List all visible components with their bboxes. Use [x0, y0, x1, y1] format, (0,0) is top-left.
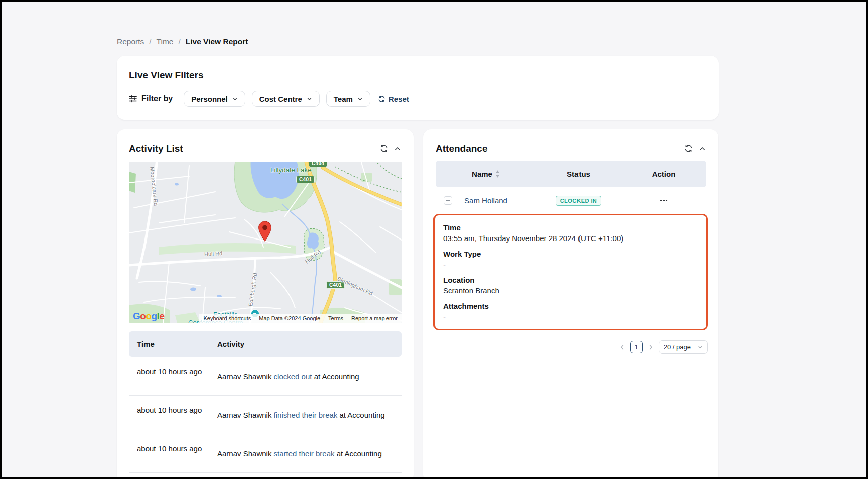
breadcrumb-reports[interactable]: Reports [117, 37, 144, 46]
detail-value: Scranton Branch [443, 285, 698, 296]
report-map-error-link[interactable]: Report a map error [347, 315, 402, 321]
detail-value: 03:55 am, Thursday November 28 2024 (UTC… [443, 233, 698, 244]
google-map[interactable]: Lillydale Lake C404 C401 C401 Mooroolbar… [129, 162, 402, 323]
sliders-icon [129, 95, 137, 103]
activity-text: Aarnav Shawnik clocked out at Accounting [217, 367, 402, 382]
map-pin-icon [258, 221, 272, 244]
refresh-icon [378, 95, 385, 103]
pagination: 1 20 / page [436, 340, 708, 354]
attendance-table-header: Name Status Action [436, 161, 706, 187]
cards-row: Activity List [117, 129, 719, 477]
breadcrumb-current: Live View Report [186, 37, 248, 46]
chevron-down-icon [232, 96, 238, 102]
filter-by-label: Filter by [141, 94, 173, 103]
detail-label: Location [443, 275, 698, 285]
sort-icon[interactable] [495, 170, 500, 178]
team-dropdown-label: Team [334, 95, 353, 103]
activity-event-link[interactable]: clocked out [274, 372, 312, 381]
map-label-lillydale-lake: Lillydale Lake [270, 166, 312, 174]
activity-row: about 10 hours ago Aarnav Shawnik finish… [129, 396, 402, 434]
detail-label: Time [443, 222, 698, 233]
activity-title: Activity List [129, 143, 183, 154]
page-size-select[interactable]: 20 / page [659, 340, 708, 354]
detail-field: Work Type - [443, 249, 698, 270]
status-badge: CLOCKED IN [556, 196, 601, 206]
map-attribution: Keyboard shortcuts Map Data ©2024 Google… [199, 314, 402, 323]
attendance-header: Attendance [436, 143, 706, 154]
app-viewport: Reports / Time / Live View Report Live V… [2, 2, 866, 477]
detail-field: Time 03:55 am, Thursday November 28 2024… [443, 222, 698, 244]
cost-centre-dropdown-label: Cost Centre [259, 95, 302, 103]
reset-label: Reset [389, 95, 409, 103]
activity-header: Activity List [129, 143, 402, 154]
route-badge-c401: C401 [296, 176, 315, 183]
breadcrumb-separator: / [149, 37, 151, 46]
filter-by: Filter by [129, 94, 173, 103]
activity-event-link[interactable]: started their break [274, 449, 335, 458]
breadcrumb-time[interactable]: Time [157, 37, 174, 46]
detail-field: Attachments - [443, 301, 698, 322]
breadcrumb: Reports / Time / Live View Report [117, 37, 719, 46]
google-logo: Google [133, 311, 164, 322]
page-number-button[interactable]: 1 [630, 341, 643, 353]
chevron-right-icon[interactable] [648, 344, 654, 350]
activity-time: about 10 hours ago [129, 444, 217, 454]
page-content: Reports / Time / Live View Report Live V… [117, 2, 719, 477]
cost-centre-dropdown[interactable]: Cost Centre [252, 91, 320, 107]
filter-row: Filter by Personnel Cost Centre Team [129, 91, 707, 107]
activity-time: about 10 hours ago [129, 367, 217, 377]
activity-table-header: Time Activity [129, 331, 402, 357]
keyboard-shortcuts-button[interactable]: Keyboard shortcuts [199, 315, 255, 321]
column-header-name[interactable]: Name [472, 170, 492, 178]
activity-row: about 10 hours ago Aarnav Shawnik starte… [129, 434, 402, 473]
route-badge-c404: C404 [309, 162, 327, 167]
activity-text: Aarnav Shawnik finished their break at A… [217, 405, 402, 420]
column-header-activity: Activity [217, 340, 244, 348]
breadcrumb-separator: / [178, 37, 180, 46]
refresh-icon[interactable] [684, 144, 693, 153]
chevron-down-icon [357, 96, 363, 102]
detail-label: Attachments [443, 301, 698, 311]
collapse-chevron-up-icon[interactable] [698, 145, 706, 153]
ellipsis-icon[interactable] [658, 198, 669, 203]
attendance-row: Sam Holland CLOCKED IN [436, 187, 706, 214]
activity-list-card: Activity List [117, 129, 414, 477]
chevron-down-icon [307, 96, 312, 102]
attendance-title: Attendance [436, 143, 487, 154]
activity-time: about 10 hours ago [129, 405, 217, 415]
live-view-filters-card: Live View Filters Filter by Personnel [117, 56, 719, 120]
filters-title: Live View Filters [129, 70, 707, 81]
refresh-icon[interactable] [380, 144, 388, 153]
road-label-hull-west: Hull Rd [204, 250, 223, 257]
activity-text: Aarnav Shawnik started their break at Ac… [217, 444, 402, 459]
attendance-detail-panel: Time 03:55 am, Thursday November 28 2024… [433, 214, 708, 330]
detail-value: - [443, 259, 698, 270]
column-header-time: Time [129, 340, 217, 348]
chevron-down-icon [698, 345, 703, 350]
detail-value: - [443, 311, 698, 322]
team-dropdown[interactable]: Team [326, 91, 370, 107]
collapse-chevron-up-icon[interactable] [394, 145, 402, 153]
map-data-text: Map Data ©2024 Google [255, 315, 324, 321]
detail-field: Location Scranton Branch [443, 275, 698, 296]
personnel-dropdown-label: Personnel [191, 95, 228, 103]
activity-row: about 10 hours ago Aarnav Shawnik clocke… [129, 357, 402, 396]
activity-event-link[interactable]: finished their break [274, 411, 338, 419]
person-name-link[interactable]: Sam Holland [464, 196, 507, 205]
detail-label: Work Type [443, 249, 698, 259]
activity-table: Time Activity about 10 hours ago Aarnav … [129, 331, 402, 473]
reset-filters-button[interactable]: Reset [378, 95, 409, 103]
chevron-left-icon[interactable] [619, 344, 625, 350]
page-size-value: 20 / page [664, 343, 691, 351]
terms-link[interactable]: Terms [324, 315, 347, 321]
attendance-card: Attendance Name [423, 129, 718, 477]
column-header-action: Action [652, 170, 676, 178]
column-header-status: Status [567, 170, 590, 178]
personnel-dropdown[interactable]: Personnel [184, 91, 245, 107]
minus-square-icon[interactable] [444, 196, 452, 205]
